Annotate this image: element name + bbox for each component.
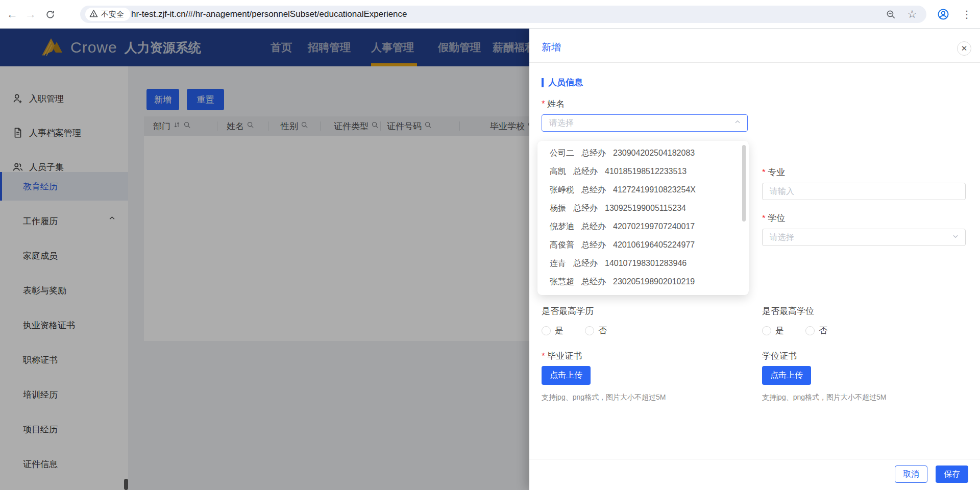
option-department: 总经办 — [581, 222, 606, 232]
radio-option-no[interactable]: 否 — [805, 325, 827, 336]
section-header: 人员信息 — [542, 77, 583, 88]
warning-icon — [89, 9, 98, 19]
name-select-placeholder: 请选择 — [549, 118, 574, 129]
chevron-up-icon — [734, 118, 741, 128]
browser-toolbar: ← → 不安全 hr-test.zjf-it.cn/#/hr-anagement… — [0, 0, 980, 29]
name-label: 姓名 — [542, 98, 565, 110]
chevron-down-icon — [952, 233, 959, 242]
option-name: 连青 — [550, 258, 566, 269]
dropdown-option[interactable]: 高凯 总经办 410185198512233513 — [537, 162, 749, 181]
highest-education-radio-group: 是 否 — [542, 325, 621, 336]
option-department: 总经办 — [581, 185, 606, 195]
diploma-label: 毕业证书 — [542, 350, 582, 362]
address-bar[interactable]: 不安全 hr-test.zjf-it.cn/#/hr-anagement/per… — [80, 6, 926, 23]
profile-icon[interactable] — [936, 7, 950, 21]
option-department: 总经办 — [573, 203, 598, 214]
footer-divider — [529, 459, 980, 459]
option-id-number: 130925199005115234 — [605, 204, 686, 213]
radio-icon — [542, 326, 551, 335]
back-icon[interactable]: ← — [5, 7, 19, 21]
option-id-number: 410185198512233513 — [605, 167, 687, 176]
bookmark-star-icon[interactable]: ☆ — [906, 8, 918, 20]
option-department: 总经办 — [573, 166, 598, 177]
forward-icon[interactable]: → — [23, 7, 38, 21]
drawer-mask[interactable] — [0, 29, 529, 490]
diploma-upload-hint: 支持jpg、png格式，图片大小不超过5M — [542, 393, 666, 402]
dropdown-option[interactable]: 张峥税 总经办 41272419910823254X — [537, 181, 749, 199]
degree-certificate-label: 学位证书 — [762, 350, 797, 362]
degree-select[interactable]: 请选择 — [762, 229, 966, 246]
highest-degree-radio-group: 是 否 — [762, 325, 842, 336]
divider — [529, 62, 980, 63]
degree-select-placeholder: 请选择 — [770, 232, 794, 243]
option-name: 张慧超 — [550, 277, 574, 287]
security-chip[interactable]: 不安全 — [85, 8, 130, 21]
highest-degree-label: 是否最高学位 — [762, 305, 814, 317]
major-input-placeholder: 请输入 — [770, 186, 794, 197]
option-id-number: 420106196405224977 — [613, 240, 695, 250]
drawer-title: 新增 — [542, 41, 561, 54]
security-label: 不安全 — [101, 10, 124, 19]
radio-option-no[interactable]: 否 — [585, 325, 607, 336]
option-department: 总经办 — [581, 240, 606, 251]
cancel-button[interactable]: 取消 — [895, 465, 927, 483]
zoom-icon[interactable] — [885, 8, 897, 20]
degree-label: 学位 — [762, 212, 785, 224]
degree-certificate-upload-button[interactable]: 点击上传 — [762, 366, 811, 385]
option-id-number: 140107198301283946 — [605, 259, 687, 268]
radio-icon — [762, 326, 771, 335]
radio-option-yes[interactable]: 是 — [542, 325, 564, 336]
option-name: 倪梦迪 — [550, 222, 574, 232]
option-department: 总经办 — [581, 277, 606, 287]
option-department: 总经办 — [573, 258, 598, 269]
radio-label: 是 — [555, 325, 564, 336]
option-id-number: 420702199707240017 — [613, 222, 695, 231]
option-id-number: 230205198902010219 — [613, 277, 695, 286]
highest-education-label: 是否最高学历 — [542, 305, 594, 317]
option-id-number: 41272419910823254X — [613, 185, 696, 194]
save-button[interactable]: 保存 — [936, 465, 968, 483]
degree-certificate-upload-hint: 支持jpg、png格式，图片大小不超过5M — [762, 393, 887, 402]
option-name: 高俊普 — [550, 240, 574, 251]
radio-label: 否 — [598, 325, 607, 336]
radio-label: 否 — [819, 325, 827, 336]
dropdown-option[interactable]: 连青 总经办 140107198301283946 — [537, 254, 749, 273]
option-name: 杨振 — [550, 203, 566, 214]
section-accent-bar — [542, 78, 544, 87]
diploma-upload-button[interactable]: 点击上传 — [542, 366, 591, 385]
radio-icon — [585, 326, 594, 335]
radio-option-yes[interactable]: 是 — [762, 325, 784, 336]
option-name: 公司二 — [550, 148, 574, 159]
dropdown-option[interactable]: 高俊普 总经办 420106196405224977 — [537, 236, 749, 254]
close-icon[interactable]: ✕ — [957, 41, 971, 56]
radio-icon — [805, 326, 815, 335]
url-text[interactable]: hr-test.zjf-it.cn/#/hr-anagement/personn… — [131, 9, 407, 19]
option-name: 张峥税 — [550, 185, 574, 195]
radio-label: 是 — [775, 325, 784, 336]
option-name: 高凯 — [550, 166, 566, 177]
option-department: 总经办 — [581, 148, 606, 159]
name-select[interactable]: 请选择 — [542, 114, 748, 132]
section-title: 人员信息 — [548, 77, 583, 88]
dropdown-option[interactable]: 张慧超 总经办 230205198902010219 — [537, 273, 749, 291]
name-dropdown-panel: 公司二 总经办 230904202504182083 高凯 总经办 410185… — [537, 141, 749, 295]
dropdown-option[interactable]: 杨振 总经办 130925199005115234 — [537, 199, 749, 217]
option-id-number: 230904202504182083 — [613, 149, 695, 158]
dropdown-option[interactable]: 公司二 总经办 230904202504182083 — [537, 144, 749, 162]
major-input[interactable]: 请输入 — [762, 183, 966, 200]
dropdown-scrollbar-thumb[interactable] — [742, 145, 746, 222]
browser-menu-icon[interactable]: ⋮ — [960, 7, 974, 21]
dropdown-option[interactable]: 倪梦迪 总经办 420702199707240017 — [537, 217, 749, 236]
major-label: 专业 — [762, 166, 785, 178]
reload-icon[interactable] — [43, 7, 57, 21]
